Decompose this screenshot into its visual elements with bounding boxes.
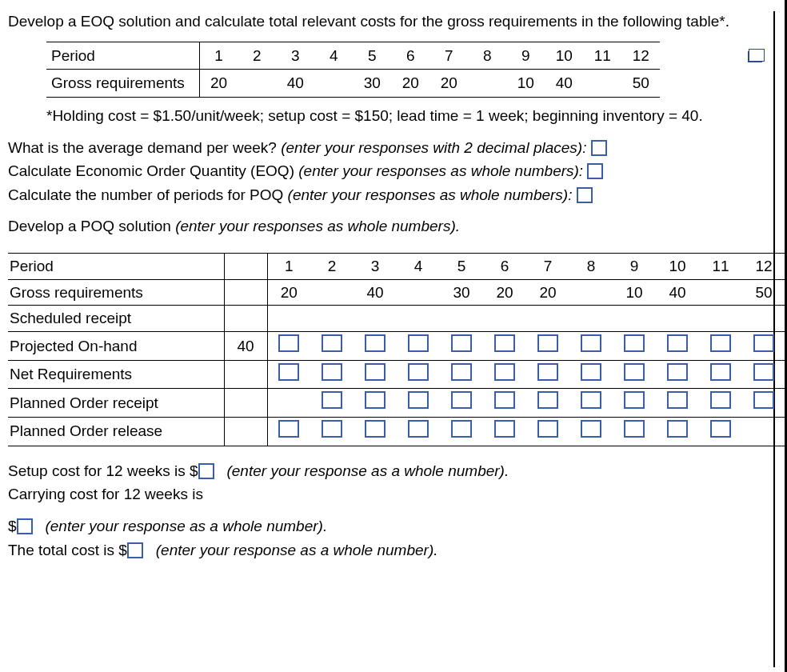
table-cell: [310, 389, 354, 418]
planned-release-input[interactable]: [537, 420, 558, 438]
table-cell: [310, 417, 354, 446]
proj-onhand-input[interactable]: [322, 334, 342, 352]
planned-release-input[interactable]: [494, 420, 515, 438]
table-cell: [526, 360, 569, 389]
poq-header: Develop a POQ solution (enter your respo…: [8, 216, 767, 237]
proj-onhand-input[interactable]: [581, 334, 601, 352]
net-req-input[interactable]: [753, 363, 774, 381]
proj-onhand-input[interactable]: [624, 334, 645, 352]
planned-release-input[interactable]: [365, 420, 386, 438]
sched-cell: [354, 306, 397, 332]
gross-cell: 20: [526, 279, 569, 306]
question-poq-periods: Calculate the number of periods for POQ …: [8, 185, 767, 206]
period-col: 7: [429, 42, 468, 70]
carrying-cost-input[interactable]: [17, 518, 33, 534]
total-cost-input[interactable]: [127, 542, 143, 558]
proj-onhand-input[interactable]: [408, 334, 429, 352]
table-cell: [613, 332, 656, 361]
planned-receipt-input[interactable]: [322, 391, 342, 409]
period-col: 12: [742, 254, 785, 280]
period-col: 10: [656, 254, 699, 280]
question-eoq: Calculate Economic Order Quantity (EOQ) …: [8, 161, 767, 182]
period-col: 4: [314, 42, 353, 70]
planned-release-input[interactable]: [278, 420, 299, 438]
planned-release-input[interactable]: [710, 420, 731, 438]
net-req-input[interactable]: [365, 363, 386, 381]
sched-cell: [742, 306, 785, 332]
table-cell: [569, 332, 613, 361]
popup-icon[interactable]: [748, 51, 762, 62]
net-req-input[interactable]: [624, 363, 645, 381]
net-req-input[interactable]: [667, 363, 688, 381]
table-cell: [742, 417, 785, 446]
planned-receipt-input[interactable]: [408, 391, 429, 409]
period-col: 4: [397, 254, 440, 280]
table-cell: [483, 332, 526, 361]
gross-cell: 40: [354, 279, 397, 306]
period-col: 7: [526, 254, 569, 280]
proj-onhand-input[interactable]: [710, 334, 731, 352]
net-req-input[interactable]: [408, 363, 429, 381]
table-cell: [397, 389, 440, 418]
total-cost-line: The total cost is $ (enter your response…: [8, 540, 767, 561]
planned-receipt-input[interactable]: [581, 391, 601, 409]
setup-cost-input[interactable]: [198, 463, 214, 479]
net-req-input[interactable]: [710, 363, 731, 381]
planned-release-input[interactable]: [667, 420, 688, 438]
table-cell: [397, 360, 440, 389]
gross-cell: [583, 70, 621, 98]
poq-worksheet-table: Period123456789101112 Gross requirements…: [8, 253, 785, 446]
table-cell: [267, 360, 310, 389]
table-cell: [742, 332, 785, 361]
table-cell: [267, 332, 310, 361]
proj-onhand-input[interactable]: [365, 334, 386, 352]
gross-cell: [238, 70, 276, 98]
planned-receipt-input[interactable]: [494, 391, 515, 409]
planned-receipt-input[interactable]: [365, 391, 386, 409]
sched-cell: [526, 306, 569, 332]
planned-receipt-input[interactable]: [753, 391, 774, 409]
footnote: *Holding cost = $1.50/unit/week; setup c…: [46, 106, 767, 126]
net-req-input[interactable]: [494, 363, 515, 381]
planned-release-input[interactable]: [322, 420, 342, 438]
table-cell: [440, 417, 483, 446]
planned-receipt-input[interactable]: [537, 391, 558, 409]
period-col: 5: [353, 42, 391, 70]
carrying-cost-line: Carrying cost for 12 weeks is: [8, 484, 767, 505]
table-cell: [613, 417, 656, 446]
planned-receipt-input[interactable]: [667, 391, 688, 409]
proj-onhand-input[interactable]: [753, 334, 774, 352]
eoq-input[interactable]: [587, 163, 603, 179]
poq-periods-input[interactable]: [577, 187, 593, 203]
planned-receipt-input[interactable]: [710, 391, 731, 409]
planned-receipt-input[interactable]: [624, 391, 645, 409]
net-req-input[interactable]: [581, 363, 601, 381]
planned-release-input[interactable]: [581, 420, 601, 438]
table-cell: [310, 332, 354, 361]
gross-cell: [310, 279, 354, 306]
planned-receipt-input[interactable]: [451, 391, 472, 409]
period-col: 10: [545, 42, 583, 70]
net-req-input[interactable]: [322, 363, 342, 381]
planned-release-input[interactable]: [451, 420, 472, 438]
table-cell: [483, 389, 526, 418]
period-col: 11: [583, 42, 621, 70]
net-req-input[interactable]: [537, 363, 558, 381]
table-cell: [742, 389, 785, 418]
sched-cell: [267, 306, 310, 332]
table-cell: [742, 360, 785, 389]
proj-onhand-input[interactable]: [667, 334, 688, 352]
net-req-input[interactable]: [278, 363, 299, 381]
proj-onhand-input[interactable]: [494, 334, 515, 352]
proj-onhand-input[interactable]: [451, 334, 472, 352]
proj-onhand-input[interactable]: [278, 334, 299, 352]
gross-cell: [397, 279, 440, 306]
gross-cell: 50: [742, 279, 785, 306]
planned-release-input[interactable]: [408, 420, 429, 438]
planned-receipt-label: Planned Order receipt: [8, 389, 224, 418]
net-req-input[interactable]: [451, 363, 472, 381]
planned-release-input[interactable]: [624, 420, 645, 438]
avg-demand-input[interactable]: [591, 140, 607, 156]
proj-onhand-input[interactable]: [537, 334, 558, 352]
table-cell: [526, 389, 569, 418]
